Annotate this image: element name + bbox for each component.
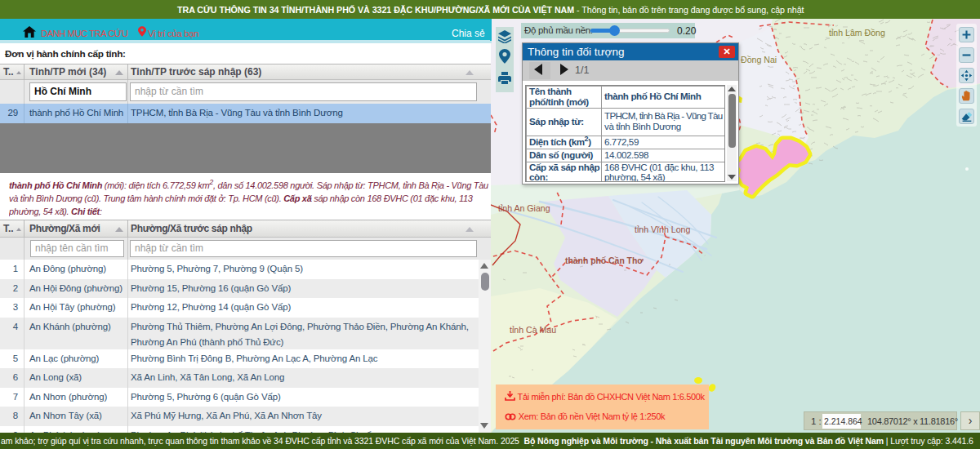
svg-text:tỉnh An Giang: tỉnh An Giang (498, 203, 550, 213)
svg-text:tỉnh Cà Mau: tỉnh Cà Mau (510, 325, 556, 335)
svg-text:Đồng Nai: Đồng Nai (741, 55, 777, 64)
svg-text:thành phố Cần Thơ: thành phố Cần Thơ (565, 256, 644, 265)
svg-text:tỉnh Vĩnh Long: tỉnh Vĩnh Long (635, 224, 690, 234)
svg-text:tỉnh Lâm Đồng: tỉnh Lâm Đồng (829, 28, 885, 38)
